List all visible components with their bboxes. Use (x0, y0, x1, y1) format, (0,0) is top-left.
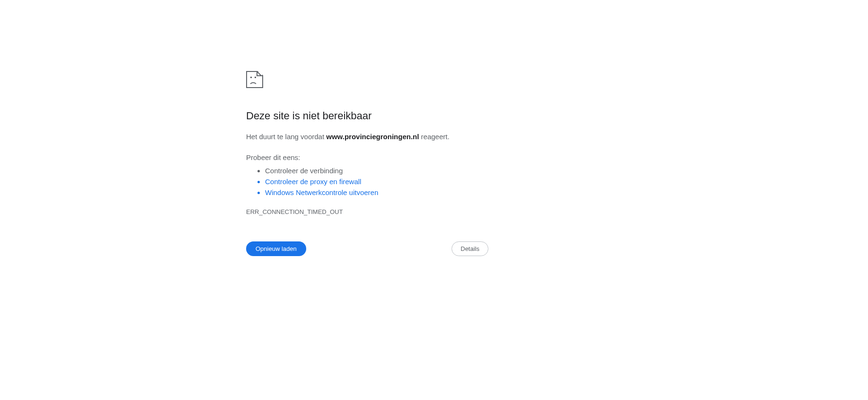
error-code: ERR_CONNECTION_TIMED_OUT (246, 208, 488, 215)
reload-button[interactable]: Opnieuw laden (246, 241, 306, 256)
suggestion-link-network[interactable]: Windows Netwerkcontrole uitvoeren (265, 187, 488, 198)
suggestion-item: Controleer de verbinding (265, 165, 488, 176)
error-page-container: Deze site is niet bereikbaar Het duurt t… (246, 0, 488, 256)
suggestions-title: Probeer dit eens: (246, 152, 488, 163)
error-message-prefix: Het duurt te lang voordat (246, 133, 326, 141)
button-row: Opnieuw laden Details (246, 241, 488, 256)
error-message: Het duurt te lang voordat www.provincieg… (246, 132, 488, 142)
suggestions-list: Controleer de verbinding Controleer de p… (246, 165, 488, 198)
suggestion-link-proxy[interactable]: Controleer de proxy en firewall (265, 176, 488, 187)
svg-rect-2 (255, 77, 256, 78)
error-message-suffix: reageert. (419, 133, 449, 141)
sad-page-icon (246, 71, 488, 88)
svg-rect-0 (247, 71, 263, 88)
error-title: Deze site is niet bereikbaar (246, 109, 488, 123)
svg-rect-1 (250, 77, 252, 78)
details-button[interactable]: Details (452, 241, 488, 256)
error-message-domain: www.provinciegroningen.nl (326, 133, 419, 141)
